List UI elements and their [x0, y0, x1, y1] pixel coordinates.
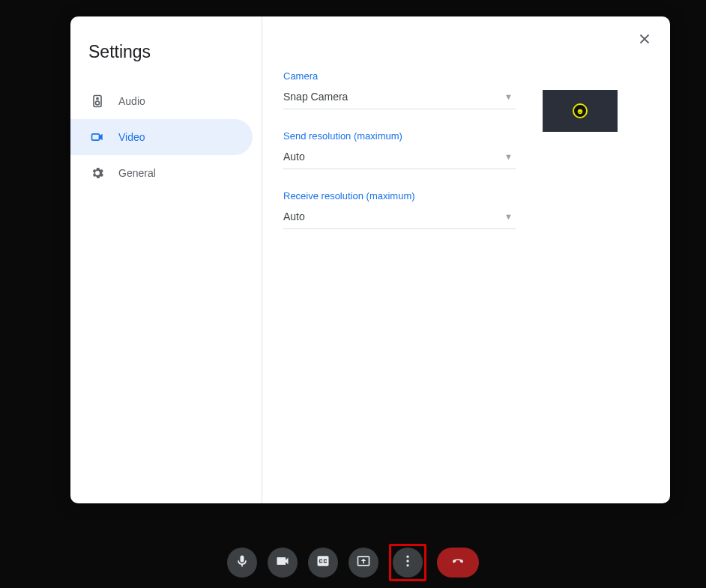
svg-point-0: [406, 556, 408, 558]
send-resolution-field: Send resolution (maximum) Auto ▼: [283, 130, 516, 169]
present-button[interactable]: [349, 548, 378, 578]
sidebar-item-video[interactable]: Video: [70, 119, 253, 155]
camera-preview: ☻: [543, 90, 618, 132]
svg-point-4: [96, 101, 100, 105]
svg-point-2: [406, 564, 408, 566]
sidebar-item-label: Audio: [118, 95, 145, 107]
svg-point-5: [97, 98, 98, 100]
closed-captions-button[interactable]: [308, 548, 338, 578]
receive-resolution-field: Receive resolution (maximum) Auto ▼: [283, 190, 516, 229]
call-controls-bar: [0, 543, 706, 582]
mic-icon: [235, 554, 250, 572]
more-options-highlight: [389, 544, 426, 581]
settings-panel: Camera Snap Camera ▼ Send resolution (ma…: [262, 16, 670, 503]
camera-button[interactable]: [268, 548, 298, 578]
svg-point-1: [406, 560, 408, 562]
speaker-icon: [90, 94, 105, 109]
chevron-down-icon: ▼: [504, 152, 513, 161]
select-value: Snap Camera: [283, 91, 348, 103]
gear-icon: [90, 166, 105, 181]
cc-icon: [316, 554, 331, 572]
settings-title: Settings: [70, 30, 262, 83]
present-icon: [356, 554, 371, 572]
hangup-button[interactable]: [437, 548, 479, 578]
chevron-down-icon: ▼: [504, 92, 513, 101]
videocam-icon: [90, 130, 105, 145]
select-value: Auto: [283, 210, 305, 222]
snap-camera-lens-icon: ☻: [573, 103, 588, 118]
field-label: Receive resolution (maximum): [283, 190, 516, 201]
sidebar-item-general[interactable]: General: [70, 155, 253, 191]
more-vert-icon: [400, 554, 415, 572]
chevron-down-icon: ▼: [504, 212, 513, 221]
close-icon: [636, 31, 653, 50]
camera-select[interactable]: Snap Camera ▼: [283, 88, 516, 109]
more-options-button[interactable]: [393, 548, 423, 578]
sidebar-item-audio[interactable]: Audio: [70, 83, 253, 119]
svg-rect-6: [92, 134, 100, 140]
microphone-button[interactable]: [227, 548, 257, 578]
select-value: Auto: [283, 151, 305, 163]
settings-dialog: Settings Audio Video General: [70, 16, 670, 503]
video-settings-controls: Camera Snap Camera ▼ Send resolution (ma…: [283, 70, 516, 250]
hangup-icon: [450, 554, 465, 572]
sidebar-item-label: General: [118, 167, 156, 179]
receive-resolution-select[interactable]: Auto ▼: [283, 207, 516, 229]
send-resolution-select[interactable]: Auto ▼: [283, 148, 516, 169]
close-button[interactable]: [634, 30, 655, 51]
field-label: Camera: [283, 70, 516, 82]
camera-field: Camera Snap Camera ▼: [283, 70, 516, 109]
settings-sidebar: Settings Audio Video General: [70, 16, 262, 503]
field-label: Send resolution (maximum): [283, 130, 516, 142]
sidebar-item-label: Video: [118, 131, 145, 143]
videocam-icon: [275, 554, 290, 572]
